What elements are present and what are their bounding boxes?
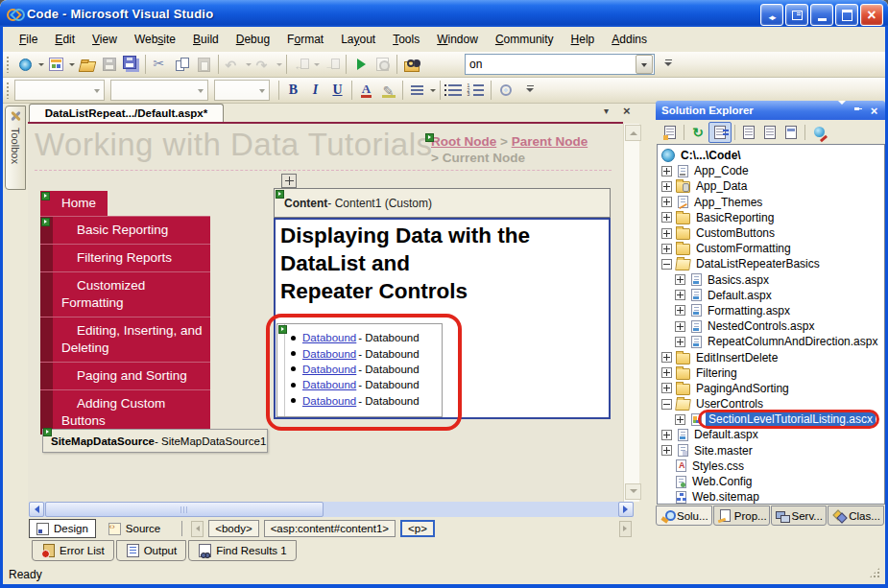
expand-icon[interactable] <box>675 274 685 285</box>
italic-button[interactable]: I <box>304 80 326 101</box>
toolbar-combo-input[interactable] <box>466 58 635 71</box>
navigate-forward-button[interactable] <box>321 54 343 75</box>
databound-link[interactable]: Databound <box>302 364 356 375</box>
expand-icon[interactable] <box>661 212 672 223</box>
expand-icon[interactable] <box>675 414 685 425</box>
toolbar-overflow-button[interactable] <box>662 55 674 74</box>
tool-tab-solu[interactable]: Solu... <box>656 506 712 526</box>
smart-tag-nav-home-icon[interactable] <box>41 192 50 200</box>
expand-icon[interactable] <box>675 321 685 332</box>
hyperlink-button[interactable] <box>494 80 516 101</box>
tree-item-pagingandsorting[interactable]: PagingAndSorting <box>658 381 884 396</box>
close-button[interactable] <box>860 4 883 26</box>
copy-web-site-button[interactable] <box>708 122 732 143</box>
view-designer-button[interactable] <box>780 123 802 142</box>
active-files-dropdown-icon[interactable]: ▾ <box>604 106 609 116</box>
menu-tools[interactable]: Tools <box>384 30 428 49</box>
save-button[interactable] <box>98 54 120 75</box>
nav-item-paging-and-sorting[interactable]: Paging and Sorting <box>40 362 210 389</box>
properties-button[interactable] <box>660 123 681 142</box>
save-all-button[interactable] <box>120 54 142 75</box>
tree-item-app-code[interactable]: App_Code <box>658 163 884 178</box>
tag-p[interactable]: <p> <box>400 520 435 537</box>
numbered-list-button[interactable] <box>466 80 488 101</box>
tree-item-basics-aspx[interactable]: Basics.aspx <box>658 272 884 288</box>
content-control-header[interactable]: Content - Content1 (Custom) <box>274 188 611 218</box>
new-website-button[interactable] <box>14 54 36 75</box>
new-website-dropdown-icon[interactable] <box>36 54 45 75</box>
scrollbar-thumb[interactable] <box>45 502 324 517</box>
toolbar-grip[interactable] <box>6 82 11 99</box>
tree-item-repeatcolumnanddirection-aspx[interactable]: RepeatColumnAndDirection.aspx <box>658 334 884 349</box>
menu-window[interactable]: Window <box>428 30 487 49</box>
tag-nav-forward-icon[interactable] <box>619 521 632 537</box>
add-new-item-button[interactable] <box>45 54 67 75</box>
scroll-down-icon[interactable] <box>625 483 641 500</box>
tree-item-customformatting[interactable]: CustomFormatting <box>658 241 884 256</box>
dock-left-right-button[interactable] <box>760 4 783 26</box>
refresh-button[interactable] <box>687 123 708 142</box>
tag-body[interactable]: <body> <box>208 520 258 537</box>
scroll-left-icon[interactable] <box>29 502 44 517</box>
menu-format[interactable]: Format <box>278 30 332 49</box>
tree-item-site-master[interactable]: Site.master <box>658 443 884 459</box>
navigate-backward-dropdown-icon[interactable] <box>312 54 321 75</box>
menu-help[interactable]: Help <box>563 30 604 49</box>
close-document-icon[interactable]: × <box>623 104 631 118</box>
design-horizontal-scrollbar[interactable] <box>29 502 634 517</box>
tree-item-app-themes[interactable]: App_Themes <box>658 195 884 210</box>
tag-nav-back-icon[interactable] <box>191 521 204 537</box>
view-in-browser-button[interactable] <box>372 54 394 75</box>
undo-dropdown-icon[interactable] <box>244 54 252 75</box>
maximize-button[interactable] <box>835 4 858 26</box>
smart-tag-content-icon[interactable] <box>276 190 284 199</box>
smart-tag-breadcrumb-icon[interactable] <box>425 133 434 142</box>
menu-addins[interactable]: Addins <box>603 30 656 49</box>
tree-item-web-config[interactable]: Web.Config <box>658 474 884 489</box>
nav-item-customized-formatting[interactable]: Customized Formatting <box>40 271 210 317</box>
undock-button[interactable] <box>785 4 808 26</box>
expand-icon[interactable] <box>661 430 672 440</box>
navigate-backward-button[interactable] <box>290 54 312 75</box>
view-tab-design[interactable]: Design <box>29 519 96 538</box>
add-new-item-dropdown-icon[interactable] <box>67 54 76 75</box>
nav-item-basic-reporting[interactable]: Basic Reporting <box>40 216 210 244</box>
expand-icon[interactable] <box>661 367 672 378</box>
sitemapdatasource-control[interactable]: SiteMapDataSource - SiteMapDataSource1 <box>42 429 268 453</box>
view-tab-source[interactable]: Source <box>102 519 167 538</box>
alignment-button[interactable] <box>406 80 428 101</box>
tree-item-basicreporting[interactable]: BasicReporting <box>658 210 884 225</box>
highlight-button[interactable] <box>377 80 399 101</box>
smart-tag-databound-list-icon[interactable] <box>278 325 287 334</box>
redo-dropdown-icon[interactable] <box>275 54 283 75</box>
cut-button[interactable] <box>149 54 171 75</box>
expand-icon[interactable] <box>661 244 672 254</box>
font-name-combo[interactable] <box>110 80 208 101</box>
collapse-icon[interactable] <box>661 259 672 270</box>
databound-link[interactable]: Databound <box>302 332 356 343</box>
menu-file[interactable]: File <box>11 30 46 49</box>
menu-layout[interactable]: Layout <box>332 30 384 49</box>
expand-icon[interactable] <box>661 352 672 363</box>
menu-edit[interactable]: Edit <box>46 30 84 49</box>
open-file-button[interactable] <box>76 54 98 75</box>
document-tab[interactable]: DataListRepeat.../Default.aspx* <box>29 104 224 122</box>
databound-link[interactable]: Databound <box>302 348 356 360</box>
databound-link[interactable]: Databound <box>302 379 356 390</box>
tag-asp-content-content1[interactable]: <asp:content#content1> <box>264 520 396 537</box>
title-bar[interactable]: Code - Microsoft Visual Studio <box>0 0 888 27</box>
nav-item-adding-custom-buttons[interactable]: Adding Custom Buttons <box>40 389 210 435</box>
solution-explorer-titlebar[interactable]: Solution Explorer <box>656 101 885 120</box>
tree-item-formatting-aspx[interactable]: Formatting.aspx <box>658 303 884 318</box>
expand-icon[interactable] <box>661 228 672 239</box>
alignment-dropdown-icon[interactable] <box>428 80 437 101</box>
auto-hide-button[interactable] <box>851 104 865 117</box>
tree-item-sectionleveltutoriallisting-ascx[interactable]: SectionLevelTutorialListing.ascx <box>658 412 884 427</box>
tree-item-app-data[interactable]: App_Data <box>658 178 884 194</box>
expand-icon[interactable] <box>661 445 672 456</box>
databound-list-control[interactable]: Databound - DataboundDatabound - Databou… <box>276 323 443 417</box>
breadcrumb-root-link[interactable]: Root Node <box>431 134 496 149</box>
tree-item-custombuttons[interactable]: CustomButtons <box>658 225 884 241</box>
tool-tab-serv[interactable]: Serv... <box>771 506 828 526</box>
panel-tab-find-results-1[interactable]: Find Results 1 <box>188 540 297 561</box>
